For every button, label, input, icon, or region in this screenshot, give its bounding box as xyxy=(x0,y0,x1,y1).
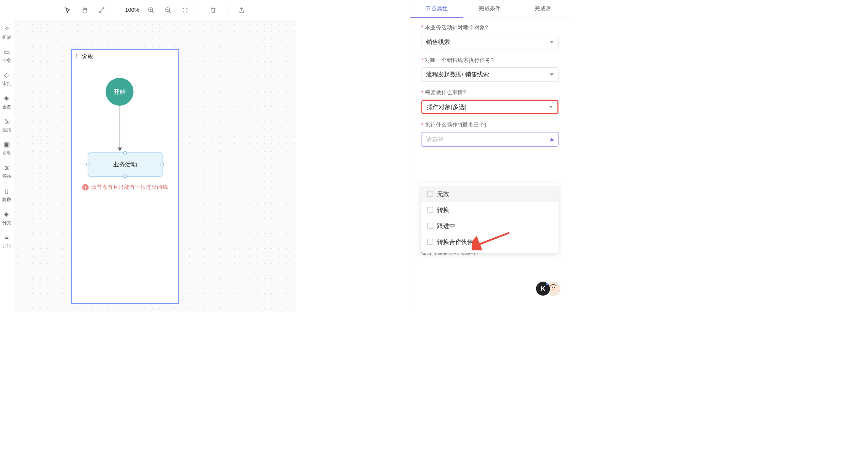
stage-title: 阶段 xyxy=(81,52,93,60)
stage-icon: ▯ xyxy=(5,187,8,195)
start-label: 开始 xyxy=(114,88,125,96)
help-widget[interactable]: K xyxy=(536,282,560,296)
zoom-out[interactable] xyxy=(163,5,173,15)
app-icon: ⇲ xyxy=(4,118,9,125)
left-sidebar: ✧ 扩展 ▭ 业务 ◇ 审批 ◈ 会签 ⇲ 应用 ▣ 自动 ⧖ 等待 ▯ 阶段 … xyxy=(0,0,14,312)
toolbar: 100% xyxy=(14,0,295,21)
target-label: 对哪一个销售线索执行任务? xyxy=(421,56,558,64)
right-panel: 节点属性 完成条件 完成后 本业务活动针对哪个对象? 销售线索 对哪一个销售线索… xyxy=(410,0,570,312)
stage-header: 1 阶段 xyxy=(72,50,178,63)
sidebar-label: 并行 xyxy=(2,243,11,249)
dropdown-option-convert-partner[interactable]: 转换合作伙伴 xyxy=(421,234,558,250)
chevron-up-icon xyxy=(550,138,554,141)
sidebar-label: 自动 xyxy=(2,150,11,156)
node-handle-right[interactable] xyxy=(160,163,164,166)
tab-node-properties[interactable]: 节点属性 xyxy=(410,0,463,18)
sidebar-item-auto[interactable]: ▣ 自动 xyxy=(0,137,14,160)
object-value: 销售线索 xyxy=(426,38,450,46)
action-label: 需要做什么事情? xyxy=(421,89,558,97)
stamp-icon: ◇ xyxy=(4,71,9,79)
dropdown-option-invalid[interactable]: 无效 xyxy=(421,186,558,202)
svg-point-9 xyxy=(551,285,556,290)
target-select[interactable]: 流程发起数据/ 销售线索 xyxy=(421,67,558,82)
hourglass-icon: ⧖ xyxy=(5,164,9,172)
pointer-tool[interactable] xyxy=(63,5,73,15)
dropdown-option-following[interactable]: 跟进中 xyxy=(421,218,558,234)
panel-body: 本业务活动针对哪个对象? 销售线索 对哪一个销售线索执行任务? 流程发起数据/ … xyxy=(410,18,569,312)
action-select[interactable]: 操作对象(多选) xyxy=(421,100,558,114)
sidebar-label: 应用 xyxy=(2,127,11,133)
chevron-down-icon xyxy=(550,73,554,76)
option-label: 转换 xyxy=(437,206,449,214)
operation-placeholder: 请选择 xyxy=(426,135,444,143)
connector-tool[interactable] xyxy=(97,5,107,15)
option-label: 无效 xyxy=(437,190,449,198)
panel-tabs: 节点属性 完成条件 完成后 xyxy=(410,0,569,18)
sidebar-label: 业务 xyxy=(2,57,11,63)
sidebar-item-business[interactable]: ▭ 业务 xyxy=(0,44,14,67)
error-text: 该节点有且只能有一根连出的线 xyxy=(91,184,168,191)
start-node[interactable]: 开始 xyxy=(106,78,133,106)
tab-completion-condition[interactable]: 完成条件 xyxy=(463,0,516,18)
error-message: ! 该节点有且只能有一根连出的线 xyxy=(82,184,168,191)
sign-icon: ◈ xyxy=(4,95,9,102)
sidebar-label: 阶段 xyxy=(2,196,11,203)
sidebar-label: 会签 xyxy=(2,104,11,110)
object-select[interactable]: 销售线索 xyxy=(421,35,558,49)
node-handle-left[interactable] xyxy=(86,163,90,166)
sidebar-item-stage[interactable]: ▯ 阶段 xyxy=(0,183,14,206)
node-handle-bottom[interactable] xyxy=(123,174,127,178)
checkbox xyxy=(427,239,433,245)
delete-button[interactable] xyxy=(208,5,218,15)
sidebar-label: 分支 xyxy=(2,220,11,226)
activity-node[interactable]: 业务活动 xyxy=(88,152,163,176)
sidebar-item-parallel[interactable]: ≡ 并行 xyxy=(0,230,14,253)
fit-screen[interactable] xyxy=(180,5,190,15)
tab-after-completion[interactable]: 完成后 xyxy=(516,0,570,18)
hand-tool[interactable] xyxy=(80,5,90,15)
stage-container[interactable]: 1 阶段 开始 业务活动 ! 该节点有且只能有一根连出的线 xyxy=(71,49,179,304)
sidebar-item-branch[interactable]: ◈ 分支 xyxy=(0,206,14,230)
sidebar-label: 审批 xyxy=(2,81,11,87)
sidebar-item-app[interactable]: ⇲ 应用 xyxy=(0,114,14,137)
auto-icon: ▣ xyxy=(4,141,10,149)
k-badge-icon: K xyxy=(536,282,550,296)
sidebar-item-wait[interactable]: ⧖ 等待 xyxy=(0,160,14,183)
operation-select[interactable]: 请选择 xyxy=(421,132,558,147)
checkbox xyxy=(427,207,433,213)
operation-label: 执行什么操作?(最多三个) xyxy=(421,121,558,129)
zoom-in[interactable] xyxy=(146,5,156,15)
svg-point-10 xyxy=(552,287,553,288)
branch-icon: ◈ xyxy=(4,211,9,218)
puzzle-icon: ✧ xyxy=(4,25,9,33)
export-button[interactable] xyxy=(236,5,246,15)
sidebar-label: 等待 xyxy=(2,173,11,179)
action-value: 操作对象(多选) xyxy=(427,103,467,111)
svg-point-0 xyxy=(99,11,101,13)
target-value: 流程发起数据/ 销售线索 xyxy=(426,71,489,79)
stage-number: 1 xyxy=(75,53,78,60)
error-icon: ! xyxy=(82,184,88,190)
node-handle-top[interactable] xyxy=(123,151,127,155)
activity-label: 业务活动 xyxy=(113,160,137,168)
sidebar-item-approval[interactable]: ◇ 审批 xyxy=(0,67,14,90)
sidebar-item-cosign[interactable]: ◈ 会签 xyxy=(0,90,14,114)
checkbox xyxy=(427,191,433,197)
option-label: 跟进中 xyxy=(437,222,455,230)
svg-line-6 xyxy=(169,11,171,13)
parallel-icon: ≡ xyxy=(5,234,9,241)
operation-dropdown: 无效 转换 跟进中 转换合作伙伴 xyxy=(421,183,558,253)
chevron-down-icon xyxy=(549,106,553,108)
canvas[interactable]: 1 阶段 开始 业务活动 ! 该节点有且只能有一根连出的线 xyxy=(14,21,295,312)
edge[interactable] xyxy=(120,106,120,151)
user-card-icon: ▭ xyxy=(4,48,10,56)
checkbox xyxy=(427,223,433,229)
chevron-down-icon xyxy=(550,41,554,44)
sidebar-item-extend[interactable]: ✧ 扩展 xyxy=(0,21,14,44)
dropdown-option-convert[interactable]: 转换 xyxy=(421,202,558,218)
svg-line-2 xyxy=(152,11,154,13)
sidebar-label: 扩展 xyxy=(2,34,11,40)
option-label: 转换合作伙伴 xyxy=(437,238,473,246)
zoom-level: 100% xyxy=(125,7,139,13)
object-label: 本业务活动针对哪个对象? xyxy=(421,24,558,32)
